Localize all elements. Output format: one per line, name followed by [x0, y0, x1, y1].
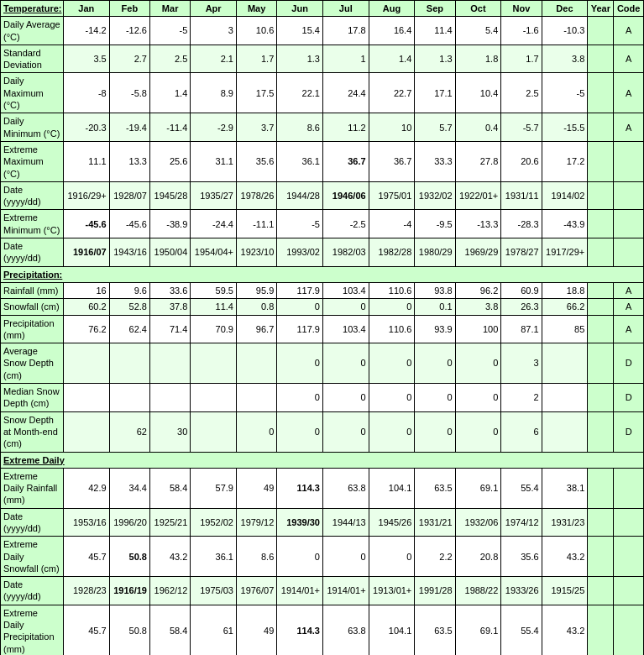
data-cell: 1991/28 [415, 577, 455, 605]
data-cell: 1.7 [501, 45, 542, 73]
table-row: Date (yyyy/dd)1928/231916/191962/121975/… [1, 577, 644, 605]
data-cell: 1928/23 [64, 577, 110, 605]
data-cell: 93.9 [415, 315, 455, 343]
data-cell: D [614, 384, 644, 412]
data-cell: 33.6 [149, 282, 190, 298]
data-cell: 1913/01+ [369, 577, 415, 605]
data-cell: 16 [64, 282, 110, 298]
table-row: Snow Depth at Month-end (cm)62300000006D [1, 411, 644, 452]
data-cell: 62.4 [109, 315, 149, 343]
data-cell: -5.7 [501, 113, 542, 142]
data-cell: 6 [501, 411, 542, 452]
data-cell: 24.4 [322, 73, 369, 113]
data-cell: -45.6 [64, 210, 110, 238]
row-label: Rainfall (mm) [1, 282, 64, 298]
data-cell [191, 411, 237, 452]
data-cell [614, 468, 644, 508]
row-label: Average Snow Depth (cm) [1, 343, 64, 384]
climate-table: Temperature: Jan Feb Mar Apr May Jun Jul… [0, 0, 644, 655]
data-cell: 43.2 [149, 537, 190, 577]
data-cell: 0 [455, 343, 501, 384]
data-cell [614, 605, 644, 655]
data-cell [588, 577, 614, 605]
data-cell: 114.3 [277, 468, 323, 508]
table-row: Average Snow Depth (cm)000003D [1, 343, 644, 384]
row-label: Daily Maximum (°C) [1, 73, 64, 113]
table-row: Date (yyyy/dd)1916/29+1928/071945/281935… [1, 181, 644, 210]
data-cell [149, 343, 190, 384]
data-cell: 0.1 [415, 299, 455, 315]
data-cell [614, 577, 644, 605]
data-cell: 1.3 [277, 45, 323, 73]
data-cell [588, 537, 614, 577]
col-feb: Feb [109, 1, 149, 17]
data-cell: 1932/02 [415, 181, 455, 210]
data-cell [614, 238, 644, 267]
data-cell: 3.7 [236, 113, 276, 142]
data-cell: 1932/06 [455, 508, 501, 537]
data-cell: 59.5 [191, 282, 237, 298]
data-cell [542, 411, 588, 452]
data-cell: 110.6 [369, 282, 415, 298]
data-cell: 58.4 [149, 605, 190, 655]
data-cell: 17.2 [542, 141, 588, 181]
data-cell: 1923/10 [236, 238, 276, 267]
data-cell: 1.4 [369, 45, 415, 73]
data-cell: 63.5 [415, 468, 455, 508]
data-cell: 0 [322, 299, 369, 315]
data-cell: 1931/21 [415, 508, 455, 537]
data-cell: -4 [369, 210, 415, 238]
data-cell: 117.9 [277, 282, 323, 298]
data-cell: 1931/23 [542, 508, 588, 537]
table-row: Daily Average (°C)-14.2-12.6-5310.615.41… [1, 17, 644, 45]
data-cell: 85 [542, 315, 588, 343]
table-row: Median Snow Depth (cm)000002D [1, 384, 644, 412]
data-cell: 0 [455, 384, 501, 412]
table-row: Precipitation (mm)76.262.471.470.996.711… [1, 315, 644, 343]
table-row: Extreme Daily Precipitation (mm)45.750.8… [1, 605, 644, 655]
data-cell: 11.1 [64, 141, 110, 181]
data-cell: -11.1 [236, 210, 276, 238]
data-cell: 0 [369, 384, 415, 412]
data-cell: -14.2 [64, 17, 110, 45]
data-cell: -5 [277, 210, 323, 238]
data-cell: -20.3 [64, 113, 110, 142]
data-cell: 20.8 [455, 537, 501, 577]
data-cell: -1.6 [501, 17, 542, 45]
data-cell: 1914/02 [542, 181, 588, 210]
data-cell: 1.8 [455, 45, 501, 73]
data-cell: 35.6 [501, 537, 542, 577]
row-label: Standard Deviation [1, 45, 64, 73]
data-cell: 1916/19 [109, 577, 149, 605]
data-cell: 69.1 [455, 605, 501, 655]
data-cell: 96.2 [455, 282, 501, 298]
data-cell: 2.1 [191, 45, 237, 73]
data-cell: 36.1 [277, 141, 323, 181]
data-cell: 2.5 [149, 45, 190, 73]
row-label: Extreme Minimum (°C) [1, 210, 64, 238]
data-cell [588, 508, 614, 537]
data-cell: 103.4 [322, 282, 369, 298]
data-cell: 49 [236, 605, 276, 655]
table-row: Extreme Maximum (°C)11.113.325.631.135.6… [1, 141, 644, 181]
data-cell: 71.4 [149, 315, 190, 343]
data-cell: -8 [64, 73, 110, 113]
data-cell: 63.8 [322, 468, 369, 508]
row-label: Daily Average (°C) [1, 17, 64, 45]
data-cell [588, 315, 614, 343]
data-cell [588, 17, 614, 45]
data-cell: 96.7 [236, 315, 276, 343]
data-cell: 1916/07 [64, 238, 110, 267]
data-cell: 2.5 [501, 73, 542, 113]
data-cell: 37.8 [149, 299, 190, 315]
data-cell [588, 411, 614, 452]
row-label: Daily Minimum (°C) [1, 113, 64, 142]
data-cell: -19.4 [109, 113, 149, 142]
data-cell: 1978/26 [236, 181, 276, 210]
data-cell: 3.5 [64, 45, 110, 73]
data-cell [588, 468, 614, 508]
data-cell [614, 537, 644, 577]
data-cell [64, 384, 110, 412]
data-cell: 58.4 [149, 468, 190, 508]
data-cell: 1962/12 [149, 577, 190, 605]
